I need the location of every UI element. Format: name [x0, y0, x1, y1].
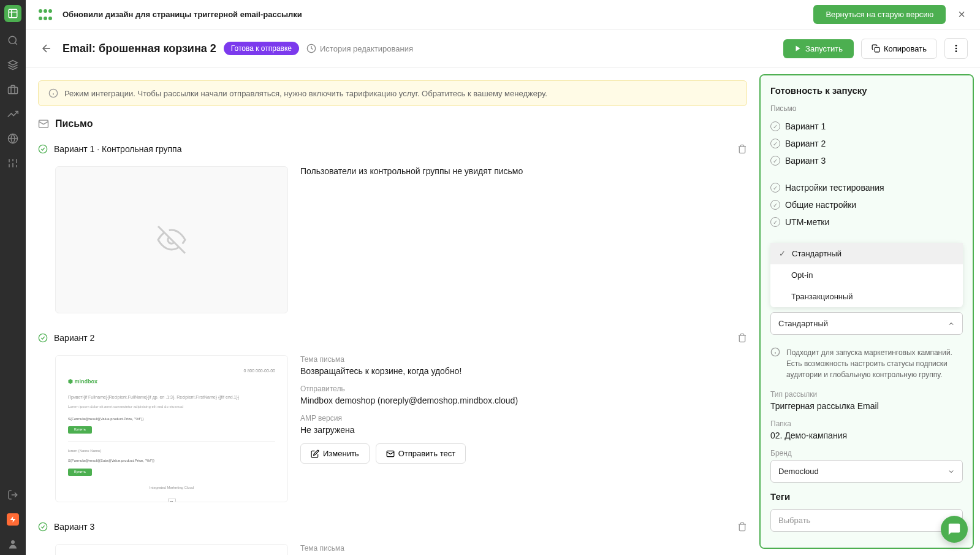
delete-variant-button[interactable]	[737, 522, 747, 532]
check-circle-icon	[38, 522, 48, 532]
product-logo-icon	[36, 7, 55, 22]
globe-icon[interactable]	[7, 132, 19, 145]
panel-sublabel: Письмо	[770, 104, 963, 113]
launch-button[interactable]: Запустить	[783, 39, 854, 58]
svg-point-26	[955, 45, 957, 47]
variant-title: Вариант 2	[54, 333, 731, 343]
svg-point-28	[955, 50, 957, 52]
app-logo[interactable]	[4, 5, 21, 22]
email-preview[interactable]: Привет {if Fullname}{Recipient.FullName}…	[55, 544, 288, 555]
type-value: Триггерная рассылка Email	[770, 401, 963, 411]
svg-marker-24	[796, 46, 800, 52]
type-dropdown-menu: Стандартный Opt-in Транзакционный	[770, 243, 963, 307]
subject-label: Тема письма	[300, 544, 747, 553]
page-header: Email: брошенная корзина 2 Готова к отпр…	[26, 29, 980, 68]
brand-label: Бренд	[770, 449, 963, 457]
banner-text: Обновили дизайн для страницы триггерной …	[63, 10, 806, 19]
svg-point-37	[39, 522, 47, 530]
brand-select[interactable]: Democloud	[770, 460, 963, 483]
variant-1: Вариант 1 · Контрольная группа Пользоват…	[38, 139, 747, 313]
email-preview[interactable]: 0 800 000-00-00 ⬢ mindbox Привет!{if Ful…	[55, 355, 288, 502]
announcement-banner: Обновили дизайн для страницы триггерной …	[26, 0, 980, 29]
svg-point-35	[39, 334, 47, 342]
svg-marker-3	[9, 61, 18, 66]
check-variant-1[interactable]: Вариант 1	[770, 118, 963, 135]
svg-point-33	[39, 145, 47, 153]
mail-icon	[38, 118, 49, 129]
svg-point-1	[9, 36, 16, 44]
readiness-panel: Готовность к запуску Письмо Вариант 1 Ва…	[759, 74, 974, 549]
type-label: Тип рассылки	[770, 390, 963, 399]
svg-line-2	[15, 42, 17, 44]
amp-value: Не загружена	[300, 425, 747, 435]
chat-widget-button[interactable]	[941, 516, 968, 543]
svg-rect-0	[9, 9, 17, 18]
delete-variant-button[interactable]	[737, 333, 747, 343]
integration-alert: Режим интеграции. Чтобы рассылки начали …	[38, 80, 747, 106]
check-variant-3[interactable]: Вариант 3	[770, 152, 963, 169]
eye-off-icon	[157, 225, 186, 255]
svg-point-19	[39, 17, 42, 20]
sender-value: Mindbox demoshop (noreply@demoshop.mindb…	[300, 396, 747, 405]
check-circle-icon	[38, 333, 48, 343]
info-icon	[48, 88, 58, 98]
type-select[interactable]: Стандартный	[770, 312, 963, 335]
svg-rect-4	[9, 87, 18, 94]
folder-value: 02. Демо-кампания	[770, 431, 963, 440]
delete-variant-button[interactable]	[737, 144, 747, 154]
back-button[interactable]	[38, 40, 55, 57]
svg-point-21	[48, 17, 52, 20]
sliders-icon[interactable]	[7, 157, 19, 169]
folder-label: Папка	[770, 419, 963, 428]
subject-label: Тема письма	[300, 355, 747, 364]
page-title: Email: брошенная корзина 2	[63, 42, 216, 55]
svg-point-17	[44, 9, 47, 13]
check-utm-tags[interactable]: UTM-метки	[770, 213, 963, 231]
variant-3: Вариант 3 Привет {if Fullname}{Recipient…	[38, 517, 747, 555]
amp-label: AMP версия	[300, 414, 747, 423]
lightning-icon[interactable]	[7, 513, 19, 526]
more-menu-button[interactable]	[944, 38, 968, 59]
tags-title: Теги	[770, 491, 963, 502]
dropdown-option-optin[interactable]: Opt-in	[770, 264, 963, 286]
variant-title: Вариант 3	[54, 522, 731, 532]
variant-2: Вариант 2 0 800 000-00-00 ⬢ mindbox Прив…	[38, 328, 747, 502]
svg-point-18	[48, 9, 52, 13]
send-test-button[interactable]: Отправить тест	[376, 443, 466, 464]
check-general-settings[interactable]: Общие настройки	[770, 196, 963, 213]
info-icon	[770, 347, 780, 357]
control-group-text: Пользователи из контрольной группы не ув…	[300, 166, 747, 176]
close-banner-button[interactable]: ×	[953, 7, 970, 21]
revert-version-button[interactable]: Вернуться на старую версию	[813, 5, 946, 24]
copy-button[interactable]: Копировать	[861, 39, 937, 59]
briefcase-icon[interactable]	[7, 83, 19, 96]
logout-icon[interactable]	[7, 489, 19, 501]
tags-select[interactable]: Выбрать	[770, 509, 963, 532]
svg-point-20	[44, 17, 47, 20]
svg-point-16	[39, 9, 42, 13]
search-icon[interactable]	[7, 34, 19, 47]
svg-marker-14	[10, 516, 16, 522]
type-info: Подходит для запуска маркетинговых кампа…	[770, 342, 963, 390]
analytics-icon[interactable]	[7, 108, 19, 120]
chevron-down-icon	[948, 468, 955, 475]
svg-point-27	[955, 48, 957, 50]
subject-value: Возвращайтесь к корзине, когда удобно!	[300, 366, 747, 376]
status-badge: Готова к отправке	[224, 42, 299, 55]
chevron-up-icon	[948, 320, 955, 327]
panel-title: Готовность к запуску	[770, 85, 963, 96]
check-testing-settings[interactable]: Настройки тестирования	[770, 179, 963, 196]
preview-hidden	[55, 166, 288, 313]
layers-icon[interactable]	[7, 59, 19, 71]
dropdown-option-standard[interactable]: Стандартный	[770, 243, 963, 264]
edit-button[interactable]: Изменить	[300, 443, 370, 464]
variant-title: Вариант 1 · Контрольная группа	[54, 144, 731, 154]
history-link[interactable]: История редактирования	[306, 44, 413, 53]
check-circle-icon	[38, 144, 48, 154]
sender-label: Отправитель	[300, 385, 747, 393]
svg-rect-25	[875, 47, 879, 52]
user-icon[interactable]	[7, 538, 19, 550]
dropdown-option-transactional[interactable]: Транзакционный	[770, 286, 963, 307]
svg-point-15	[11, 540, 15, 544]
check-variant-2[interactable]: Вариант 2	[770, 135, 963, 152]
